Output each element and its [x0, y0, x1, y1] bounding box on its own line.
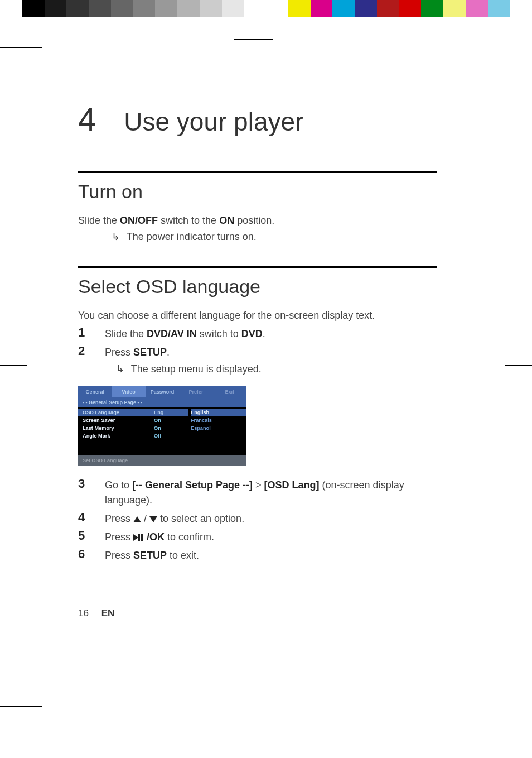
page-footer: 16 EN — [78, 608, 437, 619]
section-heading-turn-on: Turn on — [78, 181, 437, 203]
turn-on-instruction: Slide the ON/OFF switch to the ON positi… — [78, 214, 437, 228]
osd-list: OSD Language Screen Saver Last Memory An… — [78, 407, 246, 455]
osd-opt-english: English — [191, 409, 246, 416]
osd-row-angle-mark: Angle Mark — [83, 432, 154, 440]
osd-subheader: - - General Setup Page - - — [78, 397, 246, 407]
osd-opt-francais: Francais — [191, 416, 246, 424]
printer-color-bar — [0, 0, 532, 17]
chapter-text: Use your player — [124, 107, 303, 137]
osd-tab-video: Video — [112, 386, 145, 397]
section-rule — [78, 266, 437, 268]
step-6: 6 Press SETUP to exit. — [78, 547, 437, 563]
play-icon — [133, 534, 138, 541]
osd-row-osd-lang: OSD Language — [78, 409, 154, 416]
osd-intro: You can choose a different language for … — [78, 309, 437, 323]
section-heading-osd: Select OSD language — [78, 276, 437, 298]
section-rule — [78, 171, 437, 173]
osd-tab-general: General — [78, 386, 112, 397]
crop-marks-top — [0, 17, 532, 61]
osd-val-eng: Eng — [149, 409, 188, 416]
up-arrow-icon — [133, 516, 141, 522]
osd-val-off: Off — [154, 432, 188, 440]
osd-menu-screenshot: General Video Password Prefer Exit - - G… — [78, 386, 246, 466]
step-2-result: ↳ The setup menu is displayed. — [105, 362, 437, 376]
result-arrow-icon: ↳ — [116, 362, 128, 376]
step-list: 1 Slide the DVD/AV IN switch to DVD. 2 P… — [78, 325, 437, 360]
osd-footer: Set OSD Language — [78, 455, 246, 466]
page-language: EN — [101, 608, 115, 618]
step-1: 1 Slide the DVD/AV IN switch to DVD. — [78, 325, 437, 342]
turn-on-result: ↳ The power indicator turns on. — [112, 230, 437, 244]
result-arrow-icon: ↳ — [112, 230, 124, 244]
osd-tab-password: Password — [146, 386, 179, 397]
osd-val-on1: On — [154, 416, 188, 424]
step-3: 3 Go to [-- General Setup Page --] > [OS… — [78, 477, 437, 508]
osd-opt-espanol: Espanol — [191, 424, 246, 432]
page-body: 4 Use your player Turn on Slide the ON/O… — [0, 100, 532, 675]
step-2: 2 Press SETUP. — [78, 344, 437, 360]
osd-tabs: General Video Password Prefer Exit — [78, 386, 246, 397]
step-4: 4 Press / to select an option. — [78, 510, 437, 526]
chapter-title: 4 Use your player — [78, 100, 437, 138]
osd-row-screen-saver: Screen Saver — [83, 416, 154, 424]
osd-tab-prefer: Prefer — [179, 386, 212, 397]
osd-val-on2: On — [154, 424, 188, 432]
step-list-continued: 3 Go to [-- General Setup Page --] > [OS… — [78, 477, 437, 563]
page-number: 16 — [78, 608, 89, 618]
osd-tab-exit: Exit — [213, 386, 246, 397]
chapter-number: 4 — [78, 100, 96, 138]
pause-icon — [138, 534, 143, 541]
down-arrow-icon — [149, 516, 157, 522]
step-5: 5 Press /OK to confirm. — [78, 529, 437, 545]
osd-row-last-memory: Last Memory — [83, 424, 154, 432]
crop-marks-bottom — [0, 675, 532, 737]
